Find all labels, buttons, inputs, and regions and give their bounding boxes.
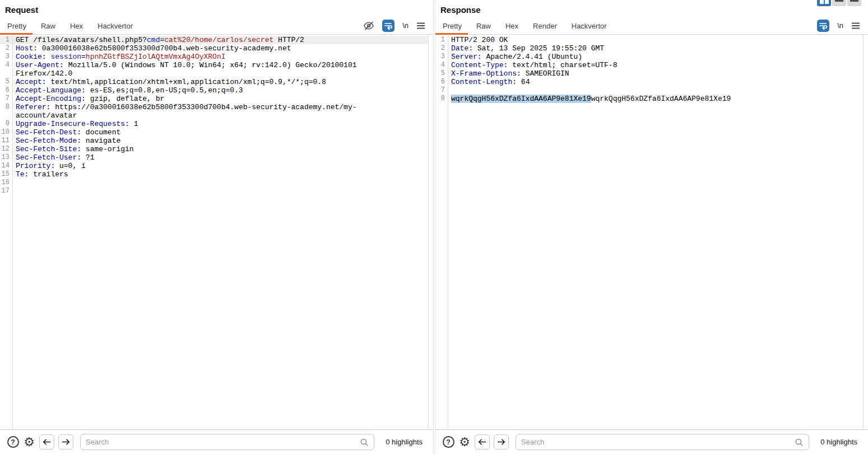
request-line-1[interactable]: 1GET /files/avatars/shell.php5?cmd=cat%2… <box>0 36 433 44</box>
request-editor[interactable]: 1GET /files/avatars/shell.php5?cmd=cat%2… <box>0 35 433 429</box>
token: https://0a300016038e62b5800f353300d700b4… <box>16 103 357 120</box>
show-newlines-icon[interactable]: \n <box>837 20 843 32</box>
previous-match-button[interactable] <box>475 434 490 450</box>
response-title: Response <box>435 0 868 19</box>
token: GET /files/avatars/shell.php5? <box>16 36 147 44</box>
response-line-5[interactable]: 5X-Frame-Options: SAMEORIGIN <box>435 69 868 78</box>
token: Mozilla/5.0 (Windows NT 10.0; Win64; x64… <box>16 61 361 78</box>
token: Accept-Encoding: <box>16 95 86 103</box>
token: User-Agent: <box>16 61 64 69</box>
line-content: Sec-Fetch-Mode: navigate <box>12 137 433 145</box>
help-icon[interactable]: ? <box>442 436 454 448</box>
show-newlines-icon[interactable]: \n <box>402 20 409 32</box>
request-search-bar: ? ⚙ 0 highlights <box>0 429 433 454</box>
request-line-11[interactable]: 11Sec-Fetch-Mode: navigate <box>0 137 433 145</box>
request-title: Request <box>0 0 433 19</box>
hide-matches-eye-icon[interactable] <box>363 20 374 32</box>
token: Accept-Language: <box>16 86 86 95</box>
response-line-8[interactable]: 8wqrkQqgH56xDZfa6IxdAA6AP9e81Xe19wqrkQqg… <box>435 95 868 103</box>
token: = <box>81 53 86 61</box>
next-match-button[interactable] <box>494 434 509 450</box>
help-icon[interactable]: ? <box>7 436 19 448</box>
soft-wrap-icon[interactable] <box>817 20 829 32</box>
token: 1 <box>129 120 138 128</box>
response-line-3[interactable]: 3Server: Apache/2.4.41 (Ubuntu) <box>435 53 868 61</box>
response-line-2[interactable]: 2Date: Sat, 13 Sep 2025 19:55:20 GMT <box>435 44 868 53</box>
response-line-4[interactable]: 4Content-Type: text/html; charset=UTF-8 <box>435 61 868 69</box>
request-line-2[interactable]: 2Host: 0a300016038e62b5800f353300d700b4.… <box>0 44 433 53</box>
response-line-1[interactable]: 1HTTP/2 200 OK <box>435 36 868 44</box>
tab-pretty[interactable]: Pretty <box>435 19 469 34</box>
editor-menu-icon[interactable] <box>416 20 425 32</box>
columns-layout-button[interactable] <box>817 0 831 6</box>
request-line-7[interactable]: 7Accept-Encoding: gzip, deflate, br <box>0 95 433 103</box>
line-number: 8 <box>435 95 448 103</box>
line-content: Accept-Encoding: gzip, deflate, br <box>12 95 433 103</box>
token: same-origin <box>81 145 134 153</box>
next-match-button[interactable] <box>58 434 73 450</box>
request-line-4[interactable]: 4User-Agent: Mozilla/5.0 (Windows NT 10.… <box>0 61 433 78</box>
line-number: 6 <box>0 86 12 95</box>
request-search-input[interactable] <box>86 438 360 446</box>
request-tabs: PrettyRawHexHackvertor <box>0 19 140 34</box>
request-line-5[interactable]: 5Accept: text/html,application/xhtml+xml… <box>0 78 433 86</box>
request-line-6[interactable]: 6Accept-Language: es-ES,es;q=0.8,en-US;q… <box>0 86 433 95</box>
request-line-14[interactable]: 14Priority: u=0, i <box>0 162 433 170</box>
tab-raw[interactable]: Raw <box>34 19 63 34</box>
line-content: Content-Length: 64 <box>448 78 868 86</box>
response-line-6[interactable]: 6Content-Length: 64 <box>435 78 868 86</box>
tab-hex[interactable]: Hex <box>63 19 90 34</box>
request-line-10[interactable]: 10Sec-Fetch-Dest: document <box>0 128 433 137</box>
line-content: Date: Sat, 13 Sep 2025 19:55:20 GMT <box>448 44 868 53</box>
magnifier-icon <box>795 438 804 447</box>
tab-hackvertor[interactable]: Hackvertor <box>564 19 614 34</box>
request-line-8[interactable]: 8Referer: https://0a300016038e62b5800f35… <box>0 103 433 120</box>
soft-wrap-icon[interactable] <box>382 20 394 32</box>
line-content: User-Agent: Mozilla/5.0 (Windows NT 10.0… <box>12 61 433 78</box>
line-number: 9 <box>0 120 12 128</box>
response-scrollbar[interactable] <box>863 35 868 429</box>
line-number: 15 <box>0 170 12 179</box>
token: cmd <box>147 36 160 44</box>
line-number: 10 <box>0 128 12 137</box>
tab-pretty[interactable]: Pretty <box>0 19 34 34</box>
line-number: 6 <box>435 78 448 86</box>
request-line-9[interactable]: 9Upgrade-Insecure-Requests: 1 <box>0 120 433 128</box>
response-tabs: PrettyRawHexRenderHackvertor <box>435 19 614 34</box>
rows-layout-button[interactable] <box>832 0 846 6</box>
token: trailers <box>29 170 68 179</box>
single-layout-button[interactable] <box>847 0 861 6</box>
response-editor[interactable]: 1HTTP/2 200 OK2Date: Sat, 13 Sep 2025 19… <box>435 35 868 429</box>
request-scrollbar[interactable] <box>428 35 433 429</box>
line-content: Upgrade-Insecure-Requests: 1 <box>12 120 433 128</box>
line-number: 4 <box>0 61 12 78</box>
search-settings-gear-icon[interactable]: ⚙ <box>23 436 35 448</box>
token: es-ES,es;q=0.8,en-US;q=0.5,en;q=0.3 <box>86 86 243 95</box>
line-content: Cookie: session=hpnhZGtfBSZjIolAQtmVmxAg… <box>12 53 433 61</box>
request-line-17[interactable]: 17 <box>0 187 433 195</box>
response-tabbar: PrettyRawHexRenderHackvertor \n <box>435 19 868 35</box>
line-number: 1 <box>0 36 12 44</box>
request-line-3[interactable]: 3Cookie: session=hpnhZGtfBSZjIolAQtmVmxA… <box>0 53 433 61</box>
token: Accept: <box>16 78 47 86</box>
request-line-16[interactable]: 16 <box>0 179 433 187</box>
request-line-15[interactable]: 15Te: trailers <box>0 170 433 179</box>
previous-match-button[interactable] <box>39 434 54 450</box>
request-line-13[interactable]: 13Sec-Fetch-User: ?1 <box>0 153 433 162</box>
request-line-12[interactable]: 12Sec-Fetch-Site: same-origin <box>0 145 433 153</box>
tab-render[interactable]: Render <box>526 19 564 34</box>
tab-hackvertor[interactable]: Hackvertor <box>90 19 140 34</box>
tab-hex[interactable]: Hex <box>498 19 526 34</box>
token: Sec-Fetch-Site: <box>16 145 81 153</box>
response-search-input[interactable] <box>521 438 795 446</box>
tab-raw[interactable]: Raw <box>469 19 498 34</box>
line-number: 1 <box>435 36 448 44</box>
magnifier-icon <box>360 438 369 447</box>
response-line-7[interactable]: 7 <box>435 86 868 95</box>
line-number: 7 <box>435 86 448 95</box>
editor-menu-icon[interactable] <box>851 20 860 32</box>
token: Content-Type: <box>451 61 508 69</box>
token: text/html; charset=UTF-8 <box>508 61 617 69</box>
search-settings-gear-icon[interactable]: ⚙ <box>458 436 471 448</box>
line-content: Host: 0a300016038e62b5800f353300d700b4.w… <box>12 44 433 53</box>
